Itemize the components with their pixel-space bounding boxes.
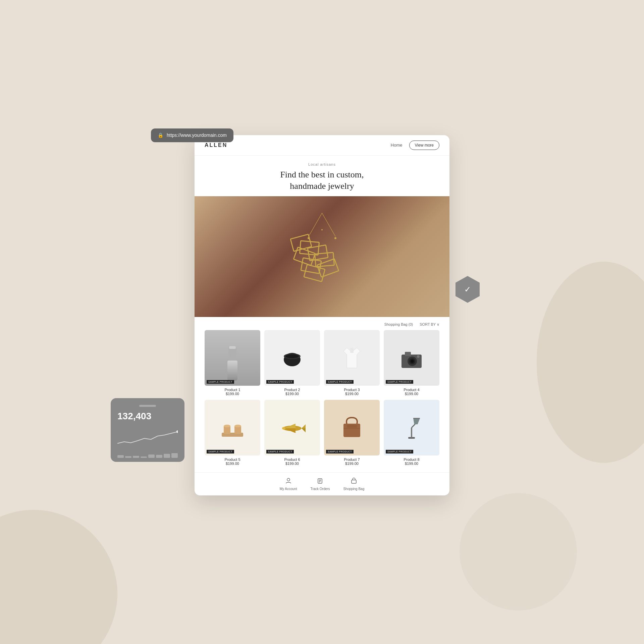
track-label: Track Orders [310, 487, 330, 491]
product-price-8: $199.00 [384, 462, 439, 466]
product-card-4[interactable]: SAMPLE PRODUCT Product 4 $199.00 [384, 330, 439, 396]
svg-point-19 [285, 354, 299, 358]
product-img-camera [384, 330, 439, 386]
bg-shape-right [537, 262, 644, 463]
product-name-7: Product 7 [324, 458, 380, 462]
svg-marker-37 [302, 428, 306, 432]
widget-handle [139, 405, 156, 407]
svg-rect-52 [352, 480, 356, 483]
product-image-3: SAMPLE PRODUCT [324, 330, 380, 386]
products-grid: SAMPLE PRODUCT Product 1 $199.00 [205, 330, 439, 466]
bar-8 [171, 453, 178, 458]
svg-point-47 [287, 478, 290, 481]
product-name-5: Product 5 [205, 458, 260, 462]
product-name-8: Product 8 [384, 458, 439, 462]
url-text: https://www.yourdomain.com [167, 132, 227, 138]
product-image-1: SAMPLE PRODUCT [205, 330, 260, 386]
nav-track-orders[interactable]: Track Orders [310, 477, 330, 491]
product-badge-4: SAMPLE PRODUCT [386, 380, 413, 384]
bar-2 [125, 456, 131, 458]
svg-point-38 [282, 427, 285, 430]
product-price-1: $199.00 [205, 392, 260, 396]
brand-logo: ALLEN [205, 142, 227, 148]
product-image-2: SAMPLE PRODUCT [264, 330, 320, 386]
product-img-shirt [324, 330, 380, 386]
product-image-8: SAMPLE PRODUCT [384, 400, 439, 455]
svg-rect-41 [347, 425, 357, 428]
svg-point-26 [411, 360, 414, 363]
nav-my-account[interactable]: My Account [280, 477, 297, 491]
svg-point-13 [321, 229, 323, 230]
product-card-7[interactable]: SAMPLE PRODUCT Product 7 $199.00 [324, 400, 380, 466]
product-img-bag [324, 400, 380, 455]
svg-marker-35 [284, 428, 296, 433]
svg-point-12 [334, 237, 336, 239]
svg-point-31 [224, 425, 230, 427]
product-image-4: SAMPLE PRODUCT [384, 330, 439, 386]
product-badge-2: SAMPLE PRODUCT [266, 380, 294, 384]
svg-rect-15 [229, 346, 236, 349]
bottom-nav: My Account Track Orders [195, 472, 449, 495]
svg-point-0 [176, 430, 178, 433]
chart-area [117, 425, 178, 448]
product-image-5: SAMPLE PRODUCT [205, 400, 260, 455]
bar-1 [117, 455, 124, 458]
hero-subtitle: Local artisans [205, 162, 439, 166]
product-price-5: $199.00 [205, 462, 260, 466]
product-badge-8: SAMPLE PRODUCT [386, 450, 413, 453]
product-card-1[interactable]: SAMPLE PRODUCT Product 1 $199.00 [205, 330, 260, 396]
account-icon [285, 477, 292, 486]
url-bar: 🔒 https://www.yourdomain.com [151, 128, 233, 142]
product-price-6: $199.00 [264, 462, 320, 466]
bar-7 [164, 454, 170, 458]
view-more-button[interactable]: View more [409, 141, 439, 150]
product-card-5[interactable]: SAMPLE PRODUCT Product 5 $199.00 [205, 400, 260, 466]
bar-6 [156, 455, 162, 458]
svg-rect-43 [411, 428, 412, 438]
chart-bars [117, 451, 178, 458]
product-card-2[interactable]: SAMPLE PRODUCT Product 2 $199.00 [264, 330, 320, 396]
stats-widget: 132,403 [111, 398, 184, 462]
product-card-3[interactable]: SAMPLE PRODUCT Product 3 $199.00 [324, 330, 380, 396]
nav-home-link[interactable]: Home [391, 143, 402, 148]
jewelry-visual [272, 210, 372, 304]
products-section: Shopping Bag (0) SORT BY ∨ S [195, 317, 449, 472]
stat-number: 132,403 [117, 411, 178, 422]
svg-rect-14 [228, 346, 236, 368]
nav-links: Home View more [391, 141, 439, 150]
product-name-1: Product 1 [205, 388, 260, 392]
svg-line-2 [322, 213, 335, 236]
svg-rect-6 [293, 247, 315, 266]
track-icon [317, 477, 323, 486]
hero-image [195, 196, 449, 317]
product-img-cups [205, 400, 260, 455]
browser-frame: ALLEN Home View more Local artisans Find… [195, 135, 449, 496]
product-price-4: $199.00 [384, 392, 439, 396]
account-label: My Account [280, 487, 297, 491]
product-card-8[interactable]: SAMPLE PRODUCT Product 8 $199.00 [384, 400, 439, 466]
svg-rect-23 [405, 352, 411, 356]
product-card-6[interactable]: SAMPLE PRODUCT Product 6 $199.00 [264, 400, 320, 466]
svg-marker-45 [413, 418, 420, 424]
bar-3 [133, 456, 139, 458]
nav-shopping-bag[interactable]: Shopping Bag [343, 477, 364, 491]
svg-rect-21 [350, 348, 354, 353]
product-badge-5: SAMPLE PRODUCT [207, 450, 234, 453]
product-name-6: Product 6 [264, 458, 320, 462]
sort-button[interactable]: SORT BY ∨ [420, 322, 439, 327]
svg-marker-36 [302, 424, 306, 428]
product-badge-3: SAMPLE PRODUCT [326, 380, 354, 384]
svg-marker-34 [284, 424, 296, 428]
product-name-2: Product 2 [264, 388, 320, 392]
bag-label-nav: Shopping Bag [343, 487, 364, 491]
products-header: Shopping Bag (0) SORT BY ∨ [205, 322, 439, 327]
product-img-lamp [384, 400, 439, 455]
svg-point-11 [308, 237, 310, 239]
product-name-4: Product 4 [384, 388, 439, 392]
product-badge-1: SAMPLE PRODUCT [207, 380, 234, 384]
check-icon: ✓ [464, 285, 471, 294]
svg-point-16 [228, 367, 236, 369]
product-img-plane [264, 400, 320, 455]
bag-icon [351, 477, 357, 486]
product-image-6: SAMPLE PRODUCT [264, 400, 320, 455]
